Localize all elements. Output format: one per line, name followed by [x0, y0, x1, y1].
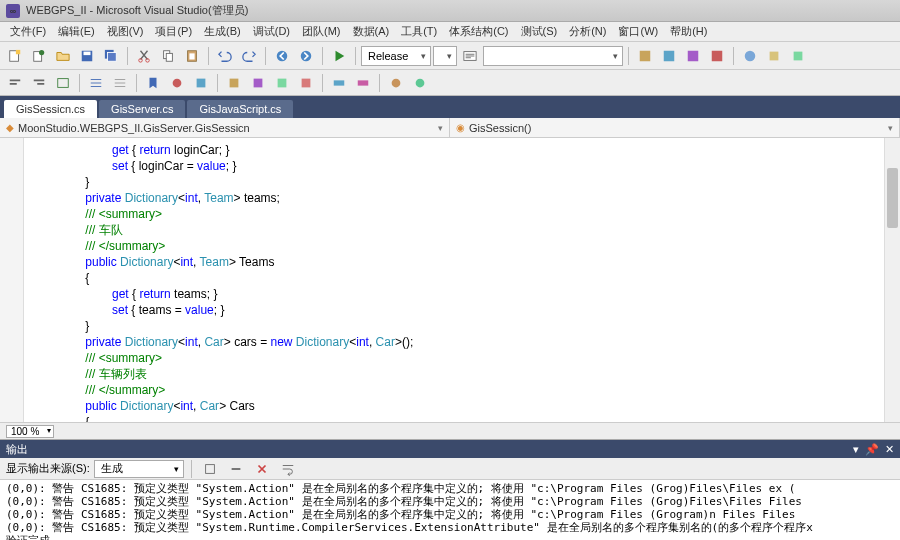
tb2-btn-16[interactable] [409, 72, 431, 94]
new-project-button[interactable] [4, 45, 26, 67]
svg-point-38 [416, 78, 425, 87]
svg-rect-5 [84, 51, 91, 55]
ext3-button[interactable] [682, 45, 704, 67]
code-area[interactable]: get { return loginCar; } set { loginCar … [24, 138, 884, 422]
tb2-btn-1[interactable] [4, 72, 26, 94]
type-nav-dropdown[interactable]: ◆MoonStudio.WEBGPS_II.GisServer.GisSessi… [0, 118, 450, 137]
ext2-button[interactable] [658, 45, 680, 67]
menu-item[interactable]: 编辑(E) [52, 22, 101, 41]
find-dropdown[interactable] [483, 46, 623, 66]
svg-point-29 [173, 78, 182, 87]
menu-item[interactable]: 调试(D) [247, 22, 296, 41]
nav-forward-button[interactable] [295, 45, 317, 67]
menu-item[interactable]: 体系结构(C) [443, 22, 514, 41]
start-debug-button[interactable] [328, 45, 350, 67]
ext6-button[interactable] [763, 45, 785, 67]
separator [127, 47, 128, 65]
scrollbar-thumb[interactable] [887, 168, 898, 228]
separator [322, 74, 323, 92]
close-icon[interactable]: ✕ [885, 443, 894, 456]
menu-item[interactable]: 帮助(H) [664, 22, 713, 41]
menu-item[interactable]: 分析(N) [563, 22, 612, 41]
menu-item[interactable]: 团队(M) [296, 22, 347, 41]
separator [191, 460, 192, 478]
tb2-btn-9[interactable] [223, 72, 245, 94]
document-tab[interactable]: GisJavaScript.cs [187, 100, 293, 118]
separator [628, 47, 629, 65]
open-button[interactable] [52, 45, 74, 67]
svg-rect-32 [254, 78, 263, 87]
output-source-label: 显示输出来源(S): [6, 461, 90, 476]
output-wrap-button[interactable] [277, 458, 299, 480]
method-icon: ◉ [456, 122, 465, 133]
code-editor[interactable]: get { return loginCar; } set { loginCar … [0, 138, 900, 422]
vertical-scrollbar[interactable] [884, 138, 900, 422]
undo-button[interactable] [214, 45, 236, 67]
ext7-button[interactable] [787, 45, 809, 67]
paste-button[interactable] [181, 45, 203, 67]
tb2-btn-2[interactable] [28, 72, 50, 94]
pin-icon[interactable]: ▾ [853, 443, 859, 456]
member-nav-dropdown[interactable]: ◉GisSessicn() [450, 118, 900, 137]
svg-rect-23 [794, 51, 803, 60]
separator [733, 47, 734, 65]
ext4-button[interactable] [706, 45, 728, 67]
document-tab[interactable]: GisSessicn.cs [4, 100, 97, 118]
tb2-btn-13[interactable] [328, 72, 350, 94]
title-bar: ∞ WEBGPS_II - Microsoft Visual Studio(管理… [0, 0, 900, 22]
separator [265, 47, 266, 65]
toolbar-secondary [0, 70, 900, 96]
separator [379, 74, 380, 92]
svg-rect-35 [334, 80, 345, 85]
editor-status-bar: 100 % [0, 422, 900, 440]
tb2-btn-8[interactable] [190, 72, 212, 94]
solution-config-dropdown[interactable]: Release [361, 46, 431, 66]
autohide-icon[interactable]: 📌 [865, 443, 879, 456]
zoom-dropdown[interactable]: 100 % [6, 425, 54, 438]
ext5-button[interactable] [739, 45, 761, 67]
svg-point-14 [277, 50, 288, 61]
separator [217, 74, 218, 92]
tb2-btn-7[interactable] [166, 72, 188, 94]
tb2-uncomment-button[interactable] [109, 72, 131, 94]
separator [208, 47, 209, 65]
menu-item[interactable]: 窗口(W) [612, 22, 664, 41]
output-text[interactable]: (0,0): 警告 CS1685: 预定义类型 "System.Action" … [0, 480, 900, 540]
tb2-btn-14[interactable] [352, 72, 374, 94]
menu-item[interactable]: 生成(B) [198, 22, 247, 41]
svg-rect-18 [664, 50, 675, 61]
tb2-comment-button[interactable] [85, 72, 107, 94]
cut-button[interactable] [133, 45, 155, 67]
svg-rect-26 [34, 79, 45, 81]
svg-rect-19 [688, 50, 699, 61]
output-btn-2[interactable] [225, 458, 247, 480]
nav-back-button[interactable] [271, 45, 293, 67]
find-button[interactable] [459, 45, 481, 67]
menu-item[interactable]: 项目(P) [149, 22, 198, 41]
tb2-btn-11[interactable] [271, 72, 293, 94]
code-nav-bar: ◆MoonStudio.WEBGPS_II.GisServer.GisSessi… [0, 118, 900, 138]
tb2-bookmark-button[interactable] [142, 72, 164, 94]
add-item-button[interactable] [28, 45, 50, 67]
output-btn-1[interactable] [199, 458, 221, 480]
save-all-button[interactable] [100, 45, 122, 67]
menu-item[interactable]: 数据(A) [347, 22, 396, 41]
copy-button[interactable] [157, 45, 179, 67]
document-tab[interactable]: GisServer.cs [99, 100, 185, 118]
menu-item[interactable]: 工具(T) [395, 22, 443, 41]
tb2-btn-12[interactable] [295, 72, 317, 94]
menu-item[interactable]: 文件(F) [4, 22, 52, 41]
tb2-btn-10[interactable] [247, 72, 269, 94]
output-clear-button[interactable] [251, 458, 273, 480]
solution-platform-dropdown[interactable] [433, 46, 457, 66]
tb2-btn-15[interactable] [385, 72, 407, 94]
menu-item[interactable]: 视图(V) [101, 22, 150, 41]
redo-button[interactable] [238, 45, 260, 67]
menu-item[interactable]: 测试(S) [515, 22, 564, 41]
ext1-button[interactable] [634, 45, 656, 67]
save-button[interactable] [76, 45, 98, 67]
svg-rect-11 [166, 53, 172, 61]
svg-rect-27 [37, 83, 44, 85]
output-source-dropdown[interactable]: 生成 [94, 460, 184, 478]
tb2-btn-3[interactable] [52, 72, 74, 94]
